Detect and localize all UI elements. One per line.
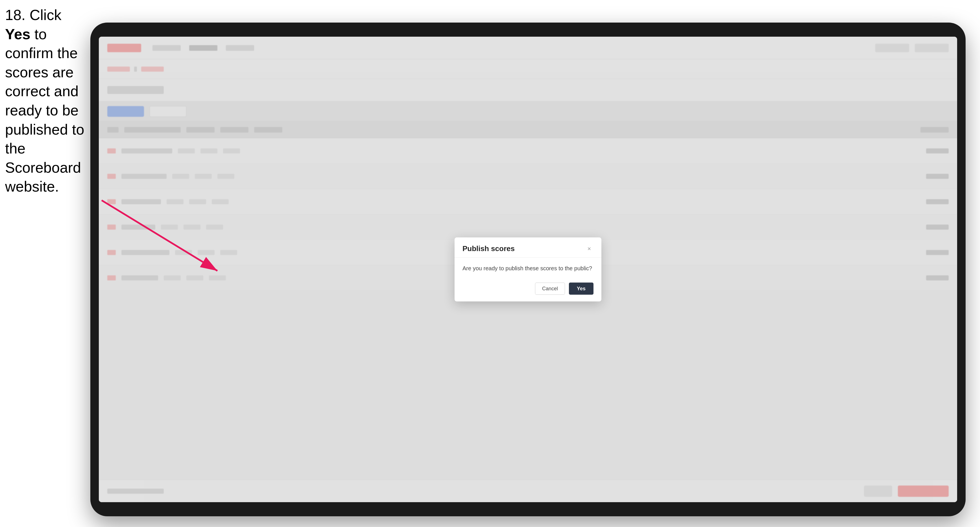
modal-body: Are you ready to publish these scores to… bbox=[455, 258, 601, 279]
modal-title: Publish scores bbox=[463, 244, 515, 253]
modal-close-button[interactable]: × bbox=[585, 244, 593, 253]
cancel-button[interactable]: Cancel bbox=[535, 283, 565, 295]
instruction-text-after: to confirm the scores are correct and re… bbox=[5, 26, 84, 195]
modal-footer: Cancel Yes bbox=[455, 279, 601, 302]
publish-scores-modal: Publish scores × Are you ready to publis… bbox=[455, 238, 601, 302]
tablet-device: Publish scores × Are you ready to publis… bbox=[90, 22, 966, 516]
step-number: 18. bbox=[5, 7, 25, 23]
yes-button[interactable]: Yes bbox=[569, 283, 593, 295]
tablet-screen: Publish scores × Are you ready to publis… bbox=[99, 37, 957, 502]
modal-header: Publish scores × bbox=[455, 238, 601, 258]
instruction-bold: Yes bbox=[5, 26, 30, 42]
instruction-text-before: Click bbox=[30, 7, 62, 23]
instruction-text: 18. Click Yes to confirm the scores are … bbox=[5, 6, 90, 196]
modal-message: Are you ready to publish these scores to… bbox=[463, 264, 593, 273]
